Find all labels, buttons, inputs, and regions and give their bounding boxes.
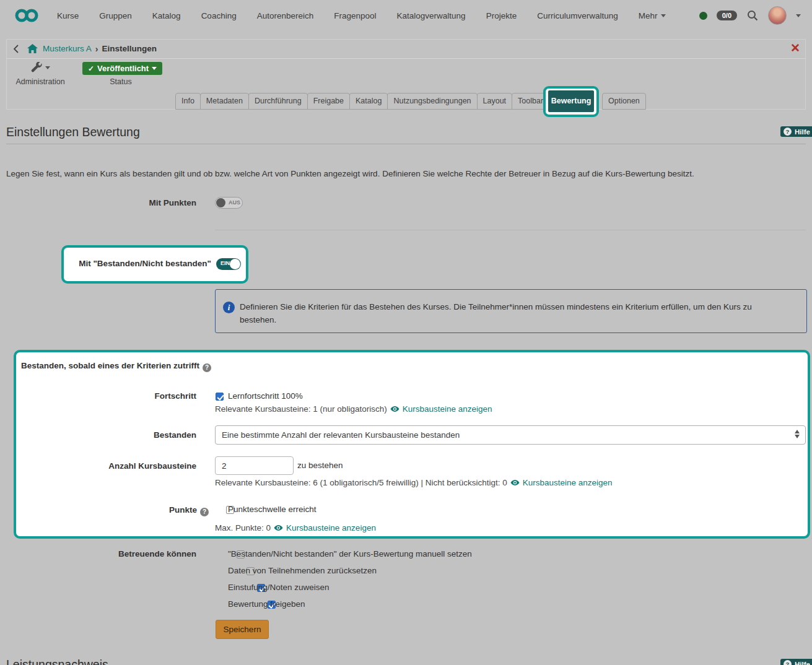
chevron-down-icon <box>45 66 50 69</box>
tab-layout[interactable]: Layout <box>477 93 513 110</box>
chat-counter-badge[interactable]: 0/0 <box>717 11 737 20</box>
progress-option-label[interactable]: Lernfortschritt 100% <box>228 391 303 401</box>
wrench-icon <box>31 62 42 73</box>
help-button[interactable]: ? Hilfe <box>780 126 812 137</box>
nav-item-katalog[interactable]: Katalog <box>152 11 181 20</box>
administration-label: Administration <box>12 77 68 86</box>
close-icon[interactable]: ✕ <box>790 41 800 55</box>
tab-nutzungsbedingungen[interactable]: Nutzungsbedingungen <box>387 93 477 110</box>
breadcrumb-course-link[interactable]: Musterkurs A <box>43 44 92 53</box>
nav-item-katalogverwaltung[interactable]: Katalogverwaltung <box>397 11 466 20</box>
progress-meta-text: Relevante Kursbausteine: 1 (nur obligato… <box>215 404 387 414</box>
nav-item-autorenbereich[interactable]: Autorenbereich <box>257 11 314 20</box>
eye-icon <box>510 478 520 487</box>
select-value: Eine bestimmte Anzahl der relevanten Kur… <box>222 430 460 440</box>
with-points-toggle[interactable]: AUS <box>215 197 243 209</box>
points-label: Punkte? <box>0 505 209 516</box>
next-section-heading: Leistungsnachweis <box>6 658 108 665</box>
breadcrumb-separator: › <box>95 44 98 54</box>
count-input[interactable] <box>215 456 294 475</box>
points-label-text: Punkte <box>169 505 197 515</box>
page-title: Einstellungen Bewertung <box>6 125 140 139</box>
info-note: i Definieren Sie die Kriterien für das B… <box>215 289 807 333</box>
criteria-heading-text: Bestanden, sobald eines der Kriterien zu… <box>21 361 199 370</box>
help-circle-icon[interactable]: ? <box>200 508 209 516</box>
status-tool: ✓ Veröffentlicht Status <box>82 62 159 86</box>
tab-info[interactable]: Info <box>175 93 201 110</box>
status-button-label: Veröffentlicht <box>97 64 149 73</box>
breadcrumb: Musterkurs A › Einstellungen <box>6 39 806 59</box>
infinity-logo-icon <box>15 8 38 23</box>
administration-tool[interactable]: Administration <box>12 62 68 86</box>
coach-option-label-1[interactable]: "Bestanden/Nicht bestanden" der Kurs-Bew… <box>228 549 472 559</box>
tab-katalog[interactable]: Katalog <box>349 93 388 110</box>
chevron-down-icon <box>661 14 666 17</box>
breadcrumb-current: Einstellungen <box>102 44 157 53</box>
question-circle-icon: ? <box>784 128 792 136</box>
with-passed-toggle[interactable]: EIN <box>216 258 241 270</box>
help-button-label: Hilfe <box>795 661 810 665</box>
with-passed-label: Mit "Bestanden/Nicht bestanden" <box>0 259 211 268</box>
count-label: Anzahl Kursbausteine <box>0 461 196 471</box>
home-icon[interactable] <box>27 44 38 53</box>
openolat-logo[interactable] <box>15 8 38 23</box>
help-button-label: Hilfe <box>795 128 810 136</box>
nav-item-gruppen[interactable]: Gruppen <box>99 11 132 20</box>
check-icon: ✓ <box>88 64 94 73</box>
tab-optionen[interactable]: Optionen <box>602 93 646 110</box>
toggle-knob <box>216 198 225 207</box>
title-divider <box>6 144 806 144</box>
nav-item-fragenpool[interactable]: Fragenpool <box>334 11 376 20</box>
nav-item-kurse[interactable]: Kurse <box>57 11 79 20</box>
page-intro-text: Legen Sie fest, wann ein Kurs als bestan… <box>6 169 806 178</box>
coach-option-label-3[interactable]: Einstufung/Noten zuweisen <box>228 583 330 592</box>
progress-checkbox[interactable] <box>216 393 224 401</box>
online-status-icon <box>699 12 707 20</box>
nav-item-mehr[interactable]: Mehr <box>639 11 666 20</box>
points-show-nodes-link[interactable]: Kursbausteine anzeigen <box>286 523 376 532</box>
criteria-heading: Bestanden, sobald eines der Kriterien zu… <box>21 361 211 372</box>
save-button[interactable]: Speichern <box>216 620 269 639</box>
tab-metadaten[interactable]: Metadaten <box>200 93 249 110</box>
passed-criteria-select[interactable]: Eine bestimmte Anzahl der relevanten Kur… <box>215 425 806 445</box>
help-button-bottom[interactable]: ? Hilfe <box>780 659 812 665</box>
count-meta: Relevante Kursbausteine: 6 (1 obligatori… <box>215 478 613 487</box>
tab-freigabe[interactable]: Freigabe <box>307 93 350 110</box>
back-chevron-icon[interactable] <box>13 45 19 53</box>
help-circle-icon[interactable]: ? <box>203 363 211 372</box>
user-avatar[interactable] <box>768 6 787 25</box>
count-show-nodes-link[interactable]: Kursbausteine anzeigen <box>523 478 613 487</box>
info-note-text: Definieren Sie die Kriterien für das Bes… <box>240 300 785 326</box>
chevron-down-icon <box>152 67 157 70</box>
points-meta: Max. Punkte: 0 Kursbausteine anzeigen <box>215 523 376 532</box>
passed-criteria-label: Bestanden <box>0 430 196 440</box>
count-meta-text: Relevante Kursbausteine: 6 (1 obligatori… <box>215 478 507 487</box>
status-published-button[interactable]: ✓ Veröffentlicht <box>82 62 162 75</box>
question-circle-icon: ? <box>784 660 792 665</box>
points-meta-text: Max. Punkte: 0 <box>215 523 271 532</box>
nav-item-projekte[interactable]: Projekte <box>486 11 517 20</box>
count-suffix: zu bestehen <box>297 461 343 470</box>
eye-icon <box>390 404 399 414</box>
progress-show-nodes-link[interactable]: Kursbausteine anzeigen <box>403 404 492 414</box>
info-icon: i <box>223 302 235 313</box>
toggle-knob <box>230 259 240 269</box>
points-option-label[interactable]: Punkteschwelle erreicht <box>228 505 317 514</box>
nav-item-curriculumverwaltung[interactable]: Curriculumverwaltung <box>537 11 618 20</box>
coach-option-label-2[interactable]: Daten von Teilnehmenden zurücksetzen <box>228 566 377 575</box>
main-menu: Kurse Gruppen Katalog Coaching Autorenbe… <box>57 11 666 20</box>
tab-durchfuehrung[interactable]: Durchführung <box>248 93 308 110</box>
coach-option-label-4[interactable]: Bewertung freigeben <box>228 599 305 609</box>
progress-meta: Relevante Kursbausteine: 1 (nur obligato… <box>215 404 492 414</box>
toggle-state-label: EIN <box>220 260 230 266</box>
form-divider <box>215 230 806 230</box>
progress-label: Fortschritt <box>0 391 196 401</box>
eye-icon <box>274 523 283 532</box>
user-menu-chevron-icon[interactable] <box>796 14 801 17</box>
select-spinner-icon <box>795 430 800 438</box>
search-icon[interactable] <box>746 9 759 22</box>
nav-more-label: Mehr <box>639 11 658 20</box>
nav-item-coaching[interactable]: Coaching <box>201 11 237 20</box>
status-caption: Status <box>82 77 159 86</box>
tab-bewertung-active[interactable]: Bewertung <box>548 90 594 112</box>
